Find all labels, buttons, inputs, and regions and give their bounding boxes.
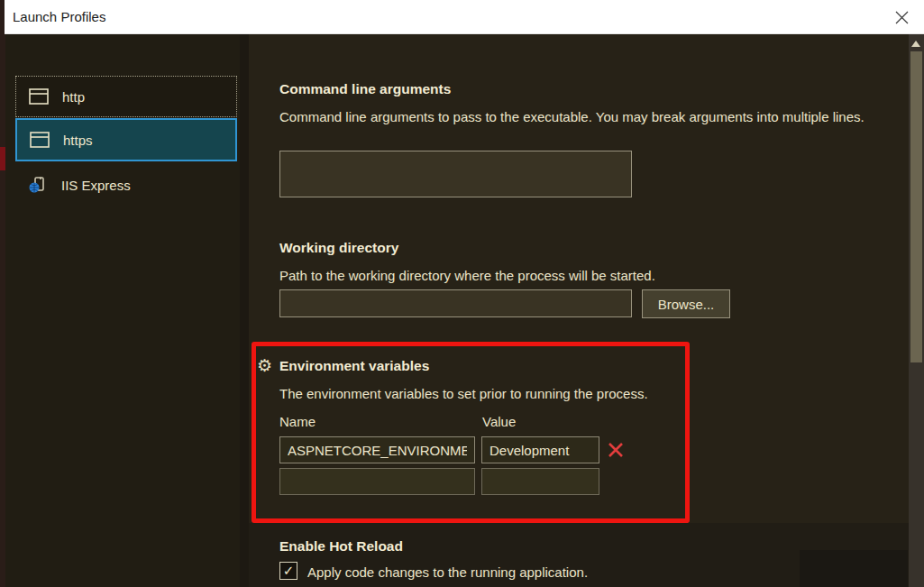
browse-button[interactable]: Browse...	[642, 289, 730, 318]
sidebar-divider	[240, 34, 249, 587]
env-value-input-row1[interactable]	[481, 436, 599, 463]
profile-label: https	[63, 133, 93, 148]
environment-variables-description: The environment variables to set prior t…	[279, 381, 820, 406]
working-directory-heading: Working directory	[279, 240, 398, 256]
dialog-title: Launch Profiles	[13, 0, 105, 34]
sidebar-item-https[interactable]: https	[15, 118, 237, 161]
scrollbar-thumb[interactable]	[910, 51, 922, 362]
profile-sidebar: http https IIS Express	[5, 34, 240, 587]
command-line-arguments-heading: Command line arguments	[279, 81, 451, 97]
env-name-input-row2[interactable]	[279, 468, 475, 495]
command-line-arguments-textarea[interactable]	[279, 151, 632, 197]
dialog-titlebar: Launch Profiles	[5, 0, 924, 34]
window-icon	[29, 88, 49, 105]
gear-icon: ⚙	[257, 357, 272, 375]
checkmark-icon: ✓	[283, 563, 295, 579]
hot-reload-checkbox-label: Apply code changes to the running applic…	[307, 564, 588, 580]
working-directory-input[interactable]	[279, 289, 632, 317]
close-button[interactable]	[886, 0, 917, 34]
vertical-scrollbar[interactable]	[909, 34, 924, 587]
environment-variables-heading: Environment variables	[279, 358, 429, 374]
window-icon	[30, 132, 50, 148]
corner-shadow-box	[800, 550, 908, 587]
iis-express-icon	[28, 176, 48, 194]
sidebar-item-iis-express[interactable]: IIS Express	[15, 164, 237, 206]
delete-x-icon	[608, 442, 624, 458]
enable-hot-reload-heading: Enable Hot Reload	[279, 538, 403, 555]
hot-reload-checkbox[interactable]: ✓	[279, 562, 297, 580]
env-value-column-header: Value	[482, 414, 516, 429]
scroll-up-arrow-icon[interactable]	[911, 41, 920, 47]
env-name-column-header: Name	[279, 414, 316, 429]
working-directory-description: Path to the working directory where the …	[279, 263, 874, 288]
profile-label: http	[62, 89, 85, 105]
profile-label: IIS Express	[61, 178, 131, 193]
command-line-arguments-description: Command line arguments to pass to the ex…	[279, 105, 870, 129]
delete-env-var-button[interactable]	[605, 439, 627, 461]
env-value-input-row2[interactable]	[481, 468, 599, 495]
sidebar-item-http[interactable]: http	[15, 76, 237, 117]
env-name-input-row1[interactable]	[279, 436, 475, 463]
close-icon	[895, 11, 909, 24]
